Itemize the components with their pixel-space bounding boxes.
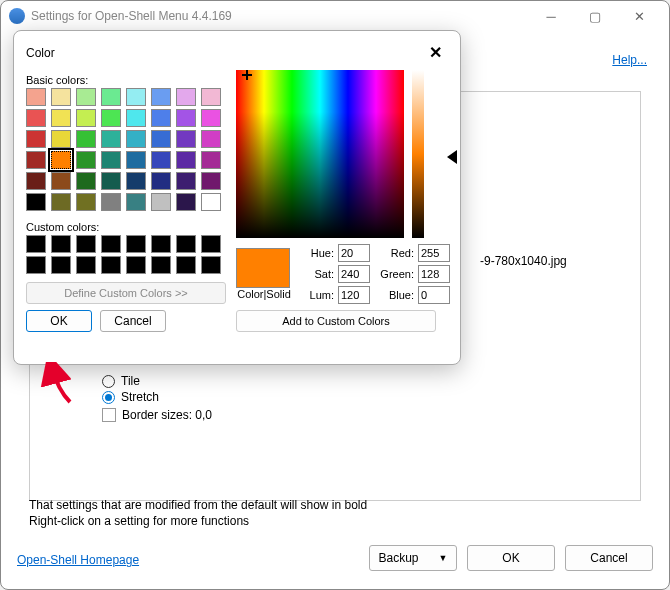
- close-icon[interactable]: ✕: [423, 41, 448, 64]
- basic-colors-grid: [26, 88, 226, 211]
- basic-color-swatch[interactable]: [51, 193, 71, 211]
- basic-color-swatch[interactable]: [201, 130, 221, 148]
- stretch-radio-row[interactable]: Stretch: [102, 390, 630, 404]
- tile-label: Tile: [121, 374, 140, 388]
- basic-color-swatch[interactable]: [76, 172, 96, 190]
- custom-color-swatch[interactable]: [51, 235, 71, 253]
- basic-color-swatch[interactable]: [101, 172, 121, 190]
- custom-color-swatch[interactable]: [51, 256, 71, 274]
- custom-color-swatch[interactable]: [176, 235, 196, 253]
- custom-color-swatch[interactable]: [76, 235, 96, 253]
- close-button[interactable]: ✕: [617, 2, 661, 30]
- custom-color-swatch[interactable]: [126, 235, 146, 253]
- basic-color-swatch[interactable]: [26, 193, 46, 211]
- basic-color-swatch[interactable]: [151, 172, 171, 190]
- footer-text: That settings that are modified from the…: [29, 497, 367, 529]
- color-dialog: Color ✕ Basic colors: Custom colors: Def…: [13, 30, 461, 365]
- color-gradient-picker[interactable]: [236, 70, 404, 238]
- basic-color-swatch[interactable]: [151, 88, 171, 106]
- basic-color-swatch[interactable]: [151, 193, 171, 211]
- custom-color-swatch[interactable]: [26, 256, 46, 274]
- basic-color-swatch[interactable]: [201, 109, 221, 127]
- basic-color-swatch[interactable]: [126, 130, 146, 148]
- red-label: Red:: [378, 247, 414, 259]
- custom-color-swatch[interactable]: [101, 235, 121, 253]
- basic-color-swatch[interactable]: [26, 109, 46, 127]
- custom-color-swatch[interactable]: [151, 256, 171, 274]
- custom-color-swatch[interactable]: [126, 256, 146, 274]
- basic-color-swatch[interactable]: [76, 130, 96, 148]
- custom-color-swatch[interactable]: [176, 256, 196, 274]
- custom-color-swatch[interactable]: [151, 235, 171, 253]
- basic-color-swatch[interactable]: [151, 109, 171, 127]
- basic-color-swatch[interactable]: [126, 172, 146, 190]
- border-icon: [102, 408, 116, 422]
- homepage-link[interactable]: Open-Shell Homepage: [17, 553, 139, 567]
- basic-color-swatch[interactable]: [176, 193, 196, 211]
- custom-color-swatch[interactable]: [26, 235, 46, 253]
- red-input[interactable]: [418, 244, 450, 262]
- basic-color-swatch[interactable]: [101, 130, 121, 148]
- basic-color-swatch[interactable]: [76, 88, 96, 106]
- basic-color-swatch[interactable]: [201, 193, 221, 211]
- basic-color-swatch[interactable]: [101, 88, 121, 106]
- custom-color-swatch[interactable]: [101, 256, 121, 274]
- hue-label: Hue:: [300, 247, 334, 259]
- basic-color-swatch[interactable]: [201, 88, 221, 106]
- basic-color-swatch[interactable]: [151, 151, 171, 169]
- basic-color-swatch[interactable]: [51, 151, 71, 169]
- minimize-button[interactable]: ─: [529, 2, 573, 30]
- app-icon: [9, 8, 25, 24]
- cancel-button[interactable]: Cancel: [565, 545, 653, 571]
- custom-color-swatch[interactable]: [76, 256, 96, 274]
- basic-color-swatch[interactable]: [126, 193, 146, 211]
- basic-color-swatch[interactable]: [76, 193, 96, 211]
- color-ok-button[interactable]: OK: [26, 310, 92, 332]
- luminance-slider[interactable]: [412, 70, 424, 238]
- basic-color-swatch[interactable]: [26, 130, 46, 148]
- hue-input[interactable]: [338, 244, 370, 262]
- basic-color-swatch[interactable]: [26, 88, 46, 106]
- green-input[interactable]: [418, 265, 450, 283]
- maximize-button[interactable]: ▢: [573, 2, 617, 30]
- basic-color-swatch[interactable]: [126, 109, 146, 127]
- basic-color-swatch[interactable]: [201, 172, 221, 190]
- tile-radio-row[interactable]: Tile: [102, 374, 630, 388]
- basic-color-swatch[interactable]: [126, 88, 146, 106]
- basic-color-swatch[interactable]: [151, 130, 171, 148]
- help-link[interactable]: Help...: [612, 53, 647, 67]
- basic-color-swatch[interactable]: [51, 172, 71, 190]
- blue-input[interactable]: [418, 286, 450, 304]
- basic-color-swatch[interactable]: [201, 151, 221, 169]
- backup-button[interactable]: Backup▼: [369, 545, 457, 571]
- blue-label: Blue:: [378, 289, 414, 301]
- basic-color-swatch[interactable]: [101, 193, 121, 211]
- basic-color-swatch[interactable]: [26, 172, 46, 190]
- ok-button[interactable]: OK: [467, 545, 555, 571]
- basic-color-swatch[interactable]: [51, 109, 71, 127]
- basic-color-swatch[interactable]: [176, 88, 196, 106]
- custom-color-swatch[interactable]: [201, 256, 221, 274]
- lum-label: Lum:: [300, 289, 334, 301]
- basic-color-swatch[interactable]: [126, 151, 146, 169]
- define-custom-button[interactable]: Define Custom Colors >>: [26, 282, 226, 304]
- border-sizes-row[interactable]: Border sizes: 0,0: [102, 408, 630, 422]
- basic-color-swatch[interactable]: [51, 88, 71, 106]
- basic-color-swatch[interactable]: [101, 151, 121, 169]
- basic-color-swatch[interactable]: [51, 130, 71, 148]
- basic-color-swatch[interactable]: [176, 109, 196, 127]
- basic-color-swatch[interactable]: [176, 130, 196, 148]
- color-dialog-title: Color: [26, 46, 55, 60]
- basic-color-swatch[interactable]: [176, 151, 196, 169]
- lum-input[interactable]: [338, 286, 370, 304]
- basic-color-swatch[interactable]: [26, 151, 46, 169]
- basic-color-swatch[interactable]: [76, 151, 96, 169]
- add-custom-button[interactable]: Add to Custom Colors: [236, 310, 436, 332]
- color-cancel-button[interactable]: Cancel: [100, 310, 166, 332]
- basic-color-swatch[interactable]: [76, 109, 96, 127]
- sat-input[interactable]: [338, 265, 370, 283]
- custom-color-swatch[interactable]: [201, 235, 221, 253]
- basic-color-swatch[interactable]: [101, 109, 121, 127]
- basic-colors-label: Basic colors:: [26, 74, 226, 86]
- basic-color-swatch[interactable]: [176, 172, 196, 190]
